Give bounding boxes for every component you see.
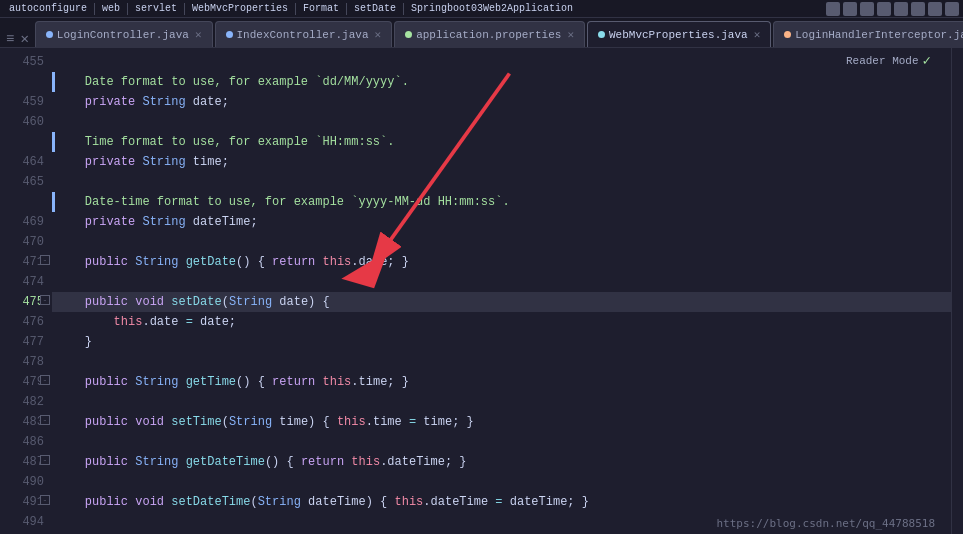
line-num-comment-3 <box>0 192 44 212</box>
line-num-471: 471 - <box>0 252 44 272</box>
toolbar-setdate[interactable]: setDate <box>349 2 401 15</box>
url-watermark: https://blog.csdn.net/qq_44788518 <box>716 517 935 530</box>
line-num-comment-2 <box>0 132 44 152</box>
semi-1: ; <box>222 92 229 112</box>
tab-bar: ≡ ✕ LoginController.java ✕ IndexControll… <box>0 18 963 48</box>
tab-close-props[interactable]: ✕ <box>567 28 574 41</box>
toolbar-icon-6[interactable] <box>911 2 925 16</box>
code-line-486 <box>52 432 951 452</box>
code-line-470 <box>52 232 951 252</box>
toolbar-webmvc[interactable]: WebMvcProperties <box>187 2 293 15</box>
toolbar-web[interactable]: web <box>97 2 125 15</box>
tab-index-controller[interactable]: IndexController.java ✕ <box>215 21 393 47</box>
fn-gettime: getTime <box>186 372 236 392</box>
kw-return-1: return <box>272 252 315 272</box>
indent-475 <box>56 292 85 312</box>
kw-public-5: public <box>85 452 128 472</box>
line-num-476: 476 <box>0 312 44 332</box>
this-1: this <box>323 252 352 272</box>
fn-settime: setTime <box>171 412 221 432</box>
space-4 <box>186 152 193 172</box>
tab-dot-webmvc <box>598 31 605 38</box>
toolbar-icon-1[interactable] <box>826 2 840 16</box>
param-time: time <box>279 412 308 432</box>
kw-public-1: public <box>85 252 128 272</box>
code-area: Reader Mode ✓ Date format to use, for ex… <box>52 48 951 534</box>
type-string-7: String <box>229 412 272 432</box>
indent-483 <box>56 412 85 432</box>
tab-dot-index <box>226 31 233 38</box>
separator-1 <box>94 3 95 15</box>
param-date: date <box>279 292 308 312</box>
line-num-490: 490 <box>0 472 44 492</box>
tab-nav: ≡ ✕ <box>4 30 31 47</box>
fold-icon-479[interactable]: - <box>40 375 50 385</box>
code-line-478 <box>52 352 951 372</box>
code-line-469: private String dateTime; <box>52 212 951 232</box>
kw-private-1: private <box>85 92 135 112</box>
close-brace-1: } <box>85 332 92 352</box>
code-line-490 <box>52 472 951 492</box>
fold-icon-475[interactable]: - <box>40 295 50 305</box>
code-line-date-comment: Date format to use, for example `dd/MM/y… <box>52 72 951 92</box>
space-2 <box>186 92 193 112</box>
toolbar-icon-4[interactable] <box>877 2 891 16</box>
toolbar-icons-right <box>826 2 959 16</box>
code-line-474 <box>52 272 951 292</box>
indent-471 <box>56 252 85 272</box>
tab-webmvc-properties[interactable]: WebMvcProperties.java ✕ <box>587 21 771 47</box>
tab-dot-login <box>46 31 53 38</box>
tab-app-properties[interactable]: application.properties ✕ <box>394 21 585 47</box>
tab-login-handler[interactable]: LoginHandlerInterceptor.java ✕ <box>773 21 963 47</box>
toolbar-icon-7[interactable] <box>928 2 942 16</box>
fold-icon-491[interactable]: - <box>40 495 50 505</box>
line-num-475: 475 - <box>0 292 44 312</box>
code-line-482 <box>52 392 951 412</box>
semi-3: ; <box>250 212 257 232</box>
tab-login-controller[interactable]: LoginController.java ✕ <box>35 21 213 47</box>
toolbar-icon-2[interactable] <box>843 2 857 16</box>
this-2: this <box>114 312 143 332</box>
line-num-comment-1 <box>0 72 44 92</box>
toolbar-icon-8[interactable] <box>945 2 959 16</box>
code-line-datetime-comment: Date-time format to use, for example `yy… <box>52 192 951 212</box>
code-line-459: private String date; <box>52 92 951 112</box>
fold-icon-471[interactable]: - <box>40 255 50 265</box>
line-num-491: 491 - <box>0 492 44 512</box>
code-line-483: public void setTime(String time) { this.… <box>52 412 951 432</box>
tab-nav-left[interactable]: ≡ <box>4 31 16 47</box>
tab-nav-close[interactable]: ✕ <box>18 30 30 47</box>
toolbar-icon-3[interactable] <box>860 2 874 16</box>
space-1 <box>135 92 142 112</box>
fold-icon-487[interactable]: - <box>40 455 50 465</box>
tab-close-index[interactable]: ✕ <box>375 28 382 41</box>
tab-close-login[interactable]: ✕ <box>195 28 202 41</box>
fold-icon-483[interactable]: - <box>40 415 50 425</box>
var-datetime: dateTime <box>193 212 251 232</box>
this-6: this <box>395 492 424 512</box>
line-num-459: 459 <box>0 92 44 112</box>
type-string-4: String <box>135 252 178 272</box>
space-6 <box>186 212 193 232</box>
indent-476 <box>56 312 114 332</box>
toolbar-format[interactable]: Format <box>298 2 344 15</box>
indent-477 <box>56 332 85 352</box>
toolbar-app[interactable]: Springboot03Web2Application <box>406 2 578 15</box>
kw-void-1: void <box>135 292 164 312</box>
tab-dot-props <box>405 31 412 38</box>
line-num-486: 486 <box>0 432 44 452</box>
top-toolbar: autoconfigure web servlet WebMvcProperti… <box>0 0 963 18</box>
indent-459 <box>56 92 85 112</box>
kw-void-2: void <box>135 412 164 432</box>
this-5: this <box>351 452 380 472</box>
toolbar-servlet[interactable]: servlet <box>130 2 182 15</box>
space-3 <box>135 152 142 172</box>
code-line-time-comment: Time format to use, for example `HH:mm:s… <box>52 132 951 152</box>
fn-setdate: setDate <box>171 292 221 312</box>
code-line-491: public void setDateTime(String dateTime)… <box>52 492 951 512</box>
toolbar-icon-5[interactable] <box>894 2 908 16</box>
scroll-gutter[interactable] <box>951 48 963 534</box>
toolbar-autoconfigure[interactable]: autoconfigure <box>4 2 92 15</box>
code-line-455 <box>52 52 951 72</box>
tab-close-webmvc[interactable]: ✕ <box>754 28 761 41</box>
